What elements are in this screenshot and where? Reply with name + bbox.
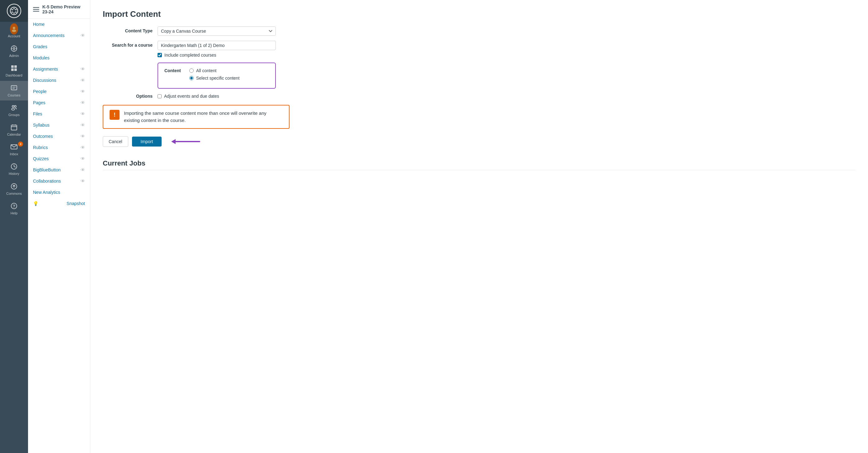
options-row: Options Adjust events and due dates — [103, 94, 856, 99]
include-completed-checkbox[interactable] — [158, 53, 162, 57]
svg-point-8 — [12, 30, 16, 32]
current-jobs-title: Current Jobs — [103, 159, 856, 167]
course-nav-grades[interactable]: Grades — [28, 41, 90, 52]
course-nav-announcements[interactable]: Announcements 👁 — [28, 30, 90, 41]
page-title: Import Content — [103, 9, 856, 19]
current-jobs-divider — [103, 170, 856, 170]
warning-text: Importing the same course content more t… — [124, 110, 283, 124]
course-nav-snapshot[interactable]: 💡 Snapshot — [28, 198, 90, 209]
nav-label-account: Account — [8, 34, 20, 38]
course-nav-outcomes[interactable]: Outcomes 👁 — [28, 131, 90, 142]
calendar-icon — [10, 123, 18, 131]
svg-text:?: ? — [13, 204, 15, 208]
eye-icon-assignments: 👁 — [81, 67, 85, 71]
options-label: Options — [103, 94, 153, 99]
eye-icon-people: 👁 — [81, 89, 85, 94]
include-completed-row: Include completed courses — [158, 53, 276, 58]
content-type-label: Content Type — [103, 27, 153, 33]
course-nav-pages[interactable]: Pages 👁 — [28, 97, 90, 108]
course-nav-assignments[interactable]: Assignments 👁 — [28, 63, 90, 75]
content-type-row: Content Type Copy a Canvas Course Canvas… — [103, 27, 856, 36]
svg-rect-25 — [11, 125, 17, 130]
nav-label-history: History — [9, 172, 19, 176]
eye-icon-rubrics: 👁 — [81, 145, 85, 150]
warning-icon: ! — [110, 110, 120, 120]
course-title: K-5 Demo Preview 23-24 — [42, 4, 85, 14]
groups-icon — [10, 104, 18, 112]
eye-icon-pages: 👁 — [81, 100, 85, 105]
eye-icon-announcements: 👁 — [81, 33, 85, 38]
help-icon: ? — [10, 202, 18, 210]
content-type-control: Copy a Canvas Course Canvas Course Expor… — [158, 27, 276, 36]
arrow-head — [171, 139, 176, 144]
nav-item-history[interactable]: History — [0, 159, 28, 179]
dashboard-icon — [10, 64, 18, 72]
import-button[interactable]: Import — [132, 137, 162, 147]
select-specific-row: Select specific content — [189, 75, 240, 80]
content-radio-group: All content Select specific content — [189, 68, 240, 83]
svg-point-7 — [13, 27, 15, 29]
nav-label-calendar: Calendar — [7, 133, 21, 137]
search-course-label: Search for a course — [103, 41, 153, 47]
course-nav-bigbluebutton[interactable]: BigBlueButton 👁 — [28, 164, 90, 175]
nav-label-commons: Commons — [6, 192, 22, 196]
course-nav-quizzes[interactable]: Quizzes 👁 — [28, 153, 90, 164]
nav-item-calendar[interactable]: Calendar — [0, 120, 28, 140]
search-course-row: Search for a course Include completed co… — [103, 41, 856, 58]
course-nav-files[interactable]: Files 👁 — [28, 108, 90, 120]
course-nav-people[interactable]: People 👁 — [28, 86, 90, 97]
content-type-select[interactable]: Copy a Canvas Course Canvas Course Expor… — [158, 27, 276, 36]
nav-item-dashboard[interactable]: Dashboard — [0, 61, 28, 80]
account-icon — [10, 25, 18, 33]
cancel-button[interactable]: Cancel — [103, 136, 128, 147]
nav-item-account[interactable]: Account — [0, 22, 28, 41]
all-content-row: All content — [189, 68, 240, 73]
admin-icon — [10, 44, 18, 53]
canvas-logo[interactable] — [0, 0, 28, 22]
nav-item-inbox[interactable]: 3 Inbox — [0, 140, 28, 159]
all-content-radio[interactable] — [189, 68, 194, 73]
course-nav-discussions[interactable]: Discussions 👁 — [28, 75, 90, 86]
commons-icon — [10, 182, 18, 190]
svg-rect-17 — [11, 68, 14, 71]
search-course-input[interactable] — [158, 41, 276, 50]
nav-item-admin[interactable]: Admin — [0, 41, 28, 61]
global-nav: Account Admin Dashboard — [0, 0, 28, 453]
course-nav-modules[interactable]: Modules — [28, 52, 90, 63]
svg-point-22 — [12, 105, 14, 107]
inbox-badge: 3 — [18, 141, 23, 147]
eye-icon-outcomes: 👁 — [81, 134, 85, 139]
select-specific-label: Select specific content — [196, 75, 240, 80]
eye-icon-files: 👁 — [81, 111, 85, 116]
course-nav-newanalytics[interactable]: New Analytics — [28, 187, 90, 198]
course-header: K-5 Demo Preview 23-24 — [28, 0, 90, 19]
svg-point-3 — [11, 11, 13, 13]
nav-item-commons[interactable]: Commons — [0, 179, 28, 199]
course-nav-collaborations[interactable]: Collaborations 👁 — [28, 175, 90, 187]
eye-icon-quizzes: 👁 — [81, 156, 85, 161]
nav-label-help: Help — [10, 211, 18, 215]
svg-point-5 — [13, 8, 14, 9]
nav-label-inbox: Inbox — [10, 152, 19, 156]
course-nav-rubrics[interactable]: Rubrics 👁 — [28, 142, 90, 153]
select-specific-radio[interactable] — [189, 76, 194, 80]
warning-box: ! Importing the same course content more… — [103, 105, 289, 129]
course-nav-home[interactable]: Home — [28, 19, 90, 30]
nav-item-courses[interactable]: Courses — [0, 81, 28, 100]
svg-point-24 — [11, 108, 14, 110]
adjust-dates-label: Adjust events and due dates — [164, 94, 219, 99]
course-nav-syllabus[interactable]: Syllabus 👁 — [28, 120, 90, 131]
search-course-control: Include completed courses — [158, 41, 276, 58]
adjust-dates-checkbox[interactable] — [158, 94, 162, 98]
nav-item-help[interactable]: ? Help — [0, 199, 28, 218]
hamburger-menu[interactable] — [33, 7, 39, 11]
eye-icon-discussions: 👁 — [81, 78, 85, 83]
include-completed-label: Include completed courses — [164, 53, 216, 58]
nav-label-dashboard: Dashboard — [6, 73, 23, 77]
nav-label-admin: Admin — [9, 54, 19, 58]
svg-point-2 — [15, 9, 17, 10]
content-selection-box: Content All content Select specific cont… — [158, 63, 276, 89]
nav-item-groups[interactable]: Groups — [0, 100, 28, 120]
eye-icon-bigbluebutton: 👁 — [81, 167, 85, 172]
content-box-label: Content — [164, 68, 183, 79]
